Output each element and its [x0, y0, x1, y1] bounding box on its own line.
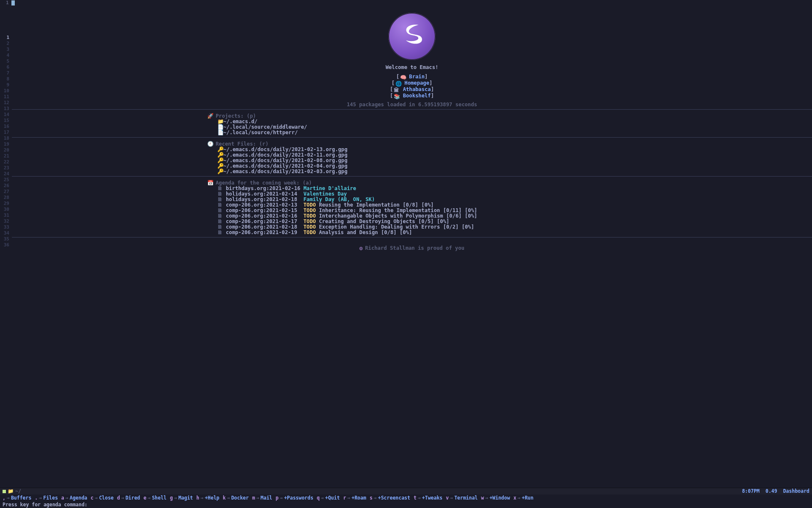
globe-icon: 🌐 [395, 81, 401, 86]
modeline-mode: Dashboard [783, 489, 809, 494]
which-key-item[interactable]: ,→Buffers [3, 495, 31, 500]
recent-file-item[interactable]: 🔑~/.emacs.d/docs/daily/2021-02-03.org.gp… [12, 169, 812, 174]
agenda-item[interactable]: 🗎holidays.org:2021-02-14 Valentines Day [12, 191, 812, 197]
agenda-special: Valentines Day [303, 191, 347, 197]
arrow-icon: → [7, 495, 10, 500]
todo-keyword: TODO [303, 224, 315, 230]
line-number: 22 [0, 159, 9, 165]
which-key-label: Magit [178, 495, 193, 500]
arrow-icon: → [374, 495, 377, 500]
which-key-label: +Roam [351, 495, 366, 500]
which-key-item[interactable]: e→Shell [143, 495, 167, 500]
which-key-item[interactable]: s→+Screencast [370, 495, 410, 500]
folder-icon: 📁 [8, 489, 14, 494]
which-key-item[interactable]: a→Agenda [61, 495, 87, 500]
project-path: ~/.emacs.d/ [223, 119, 258, 124]
which-key-key: p [276, 495, 279, 500]
which-key-key: s [370, 495, 373, 500]
quicklink-athabasca[interactable]: [🏛 Athabasca] [12, 86, 812, 93]
line-number: 25 [0, 177, 9, 183]
line-number: 6 [0, 64, 9, 70]
gnu-swirl-icon [395, 20, 428, 53]
line-number: 14 [0, 112, 9, 118]
recent-file-path: ~/.emacs.d/docs/daily/2021-02-08.org.gpg [223, 157, 348, 163]
arrow-icon: → [148, 495, 151, 500]
recent-file-item[interactable]: 🔑~/.emacs.d/docs/daily/2021-02-11.org.gp… [12, 152, 812, 158]
line-number: 7 [0, 70, 9, 76]
project-item[interactable]: 📄~/.local/source/middleware/ [12, 124, 812, 130]
which-key-item[interactable]: k→Docker [223, 495, 249, 500]
which-key-key: e [143, 495, 146, 500]
agenda-special: Martine D'allaire [303, 185, 356, 191]
which-key-item[interactable]: r→+Roam [343, 495, 366, 500]
which-key-item[interactable]: h→+Help [196, 495, 219, 500]
line-number: 12 [0, 100, 9, 106]
quicklink-homepage[interactable]: [🌐 Homepage] [12, 80, 812, 86]
agenda-item[interactable]: 🗎comp-206.org:2021-02-19 TODO Analysis a… [12, 230, 812, 235]
which-key-key: x [513, 495, 516, 500]
which-key-key: t [414, 495, 417, 500]
agenda-list: 🗎birthdays.org:2021-02-16 Martine D'alla… [12, 186, 812, 235]
modeline-load: 0.49 [765, 489, 777, 494]
calendar-icon: 📅 [207, 180, 213, 186]
which-key-item[interactable]: x→+Run [513, 495, 534, 500]
which-key-label: +Quit [325, 495, 340, 500]
line-number: 8 [0, 76, 9, 82]
line-number: 11 [0, 94, 9, 100]
which-key-item[interactable]: c→Close [91, 495, 114, 500]
line-number: 31 [0, 213, 9, 218]
recent-file-path: ~/.emacs.d/docs/daily/2021-02-13.org.gpg [223, 146, 348, 152]
which-key-key: d [117, 495, 120, 500]
echo-area[interactable]: Press key for agenda command: [0, 501, 812, 508]
which-key-item[interactable]: v→Terminal [446, 495, 477, 500]
which-key-item[interactable]: t→+Tweaks [414, 495, 442, 500]
line-number: 1 [0, 35, 9, 41]
arrow-icon: → [347, 495, 350, 500]
recent-file-item[interactable]: 🔑~/.emacs.d/docs/daily/2021-02-04.org.gp… [12, 163, 812, 169]
project-item[interactable]: 📄~/.local/source/httperr/ [12, 130, 812, 135]
arrow-icon: → [39, 495, 42, 500]
arrow-icon: → [450, 495, 453, 500]
which-key-key: c [91, 495, 93, 500]
project-path: ~/.local/source/httperr/ [223, 130, 298, 135]
gnu-icon: ◎ [359, 245, 362, 251]
line-number: 21 [0, 153, 9, 159]
recent-file-item[interactable]: 🔑~/.emacs.d/docs/daily/2021-02-13.org.gp… [12, 147, 812, 152]
which-key-label: +Run [522, 495, 534, 500]
line-number: 36 [0, 242, 9, 248]
which-key-item[interactable]: w→+Window [481, 495, 510, 500]
which-key-label: +Passwords [284, 495, 313, 500]
which-key-item[interactable]: g→Magit [170, 495, 193, 500]
agenda-item[interactable]: 🗎birthdays.org:2021-02-16 Martine D'alla… [12, 186, 812, 191]
line-number: 20 [0, 147, 9, 153]
which-key-item[interactable]: q→+Quit [317, 495, 340, 500]
line-number: 16 [0, 124, 9, 130]
agenda-special: Family Day (AB, ON, SK) [303, 196, 375, 202]
recent-file-path: ~/.emacs.d/docs/daily/2021-02-11.org.gpg [223, 152, 348, 158]
which-key-key: r [343, 495, 346, 500]
quicklink-brain[interactable]: [🧠 Brain] [12, 74, 812, 80]
editor-area: 1234567891011121314151617181920212223242… [0, 6, 812, 488]
which-key-label: Mail [261, 495, 272, 500]
quicklink-bookshelf[interactable]: [📚 Bookshelf] [12, 93, 812, 99]
modeline-cwd: ~/ [15, 489, 21, 494]
divider [12, 137, 812, 138]
project-item[interactable]: 📁~/.emacs.d/ [12, 119, 812, 124]
which-key-bar: ,→Buffers.→Filesa→Agendac→Closed→Direde→… [0, 494, 812, 501]
line-number: 10 [0, 88, 9, 94]
todo-keyword: TODO [303, 202, 315, 208]
rocket-icon: 🚀 [207, 113, 213, 119]
which-key-item[interactable]: p→+Passwords [276, 495, 313, 500]
which-key-key: m [252, 495, 255, 500]
which-key-item[interactable]: m→Mail [252, 495, 272, 500]
recent-file-item[interactable]: 🔑~/.emacs.d/docs/daily/2021-02-08.org.gp… [12, 158, 812, 163]
status-indicator-icon [3, 490, 6, 493]
which-key-key: a [61, 495, 64, 500]
todo-keyword: TODO [303, 207, 315, 213]
which-key-item[interactable]: .→Files [35, 495, 58, 500]
agenda-title: Creating and Destroying Objects [0/5] [0… [319, 218, 449, 224]
project-icon: 📄 [217, 130, 223, 135]
which-key-item[interactable]: d→Dired [117, 495, 140, 500]
which-key-label: +Window [489, 495, 510, 500]
line-number-gutter: 1234567891011121314151617181920212223242… [0, 6, 12, 488]
